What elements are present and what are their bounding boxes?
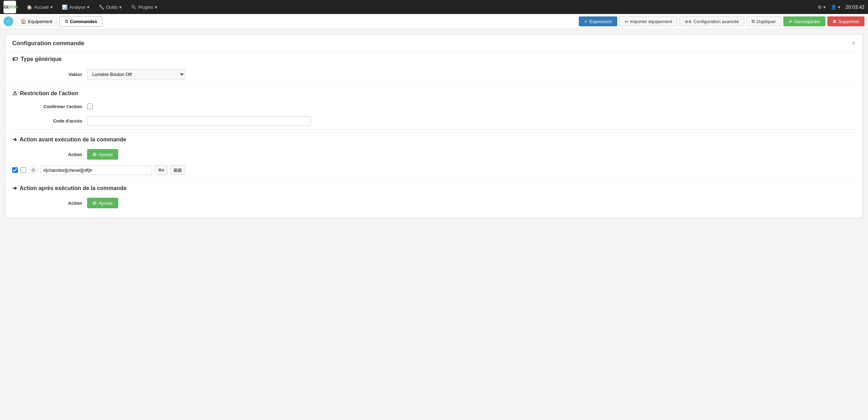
confirmer-action-label: Confirmer l'action: [12, 104, 82, 109]
valeur-label: Valeur: [12, 72, 82, 77]
action-apres-label: Action après exécution de la commande: [20, 185, 127, 191]
cmd-avant-table-btn[interactable]: ⊞: [170, 166, 185, 175]
add-action-avant-button[interactable]: Ajouter: [87, 149, 118, 160]
cmd-avant-check1[interactable]: [12, 167, 18, 173]
dialog-title: Configuration commande: [12, 40, 84, 47]
tab-equipement-label: Equipement: [28, 19, 52, 24]
nav-analyse-label: Analyse: [69, 5, 85, 10]
valeur-row: Valeur Lumière Bouton Off Lumière Bouton…: [5, 66, 863, 83]
restriction-label: Restriction de l'action: [20, 90, 78, 97]
check-icon: [584, 19, 588, 24]
equipement-icon: [21, 19, 26, 24]
dupliquer-button[interactable]: Dupliquer: [746, 16, 781, 26]
valeur-select[interactable]: Lumière Bouton Off Lumière Bouton On Aut…: [87, 69, 185, 79]
cmd-avant-check2[interactable]: [21, 167, 26, 173]
nav-outils-label: Outils: [106, 5, 118, 10]
tab-commandes-label: Commandes: [70, 19, 97, 24]
cmd-avant-row-0: ≡ ⊞: [5, 162, 863, 178]
tabs-actions: Expression Importer équipement Configura…: [579, 16, 865, 26]
arrow-right-avant-icon: ➜: [12, 136, 17, 143]
nav-plugins-label: Plugins: [138, 5, 153, 10]
action-apres-field-label: Action: [12, 201, 82, 206]
commandes-icon: [65, 18, 68, 24]
section-restriction: ⚠ Restriction de l'action: [5, 86, 863, 100]
analyse-caret: ▾: [87, 5, 90, 10]
user-caret: ▾: [838, 5, 840, 10]
warning-icon: ⚠: [12, 90, 17, 97]
action-avant-add-row: Action Ajouter: [5, 146, 863, 162]
save-icon: [789, 19, 792, 24]
expression-button[interactable]: Expression: [579, 16, 617, 26]
tag-icon: 🏷: [12, 56, 18, 62]
config-dialog: Configuration commande × 🏷 Type génériqu…: [5, 34, 863, 218]
section-action-apres: ➜ Action après exécution de la commande: [5, 181, 863, 195]
importer-label: Importer équipement: [630, 19, 672, 24]
close-button[interactable]: ×: [852, 39, 856, 47]
navbar: JEEDOM Accueil ▾ Analyse ▾ Outils ▾ Plug…: [0, 0, 868, 14]
cmd-avant-list-btn[interactable]: ≡: [155, 165, 168, 175]
confirmer-action-row: Confirmer l'action: [5, 100, 863, 113]
plugins-caret: ▾: [155, 5, 157, 10]
config-avancee-label: Configuration avancée: [693, 19, 739, 24]
supprimer-label: Supprimer: [838, 19, 859, 24]
minus-icon: [31, 167, 36, 173]
logo-box: JEEDOM: [3, 1, 16, 13]
gear-settings-btn[interactable]: ▾: [818, 5, 826, 10]
wrench-icon: [99, 5, 104, 10]
back-icon: [6, 18, 11, 24]
dupliquer-label: Dupliquer: [756, 19, 776, 24]
sauvegarder-button[interactable]: Sauvegarder: [783, 16, 825, 26]
tab-equipement[interactable]: Equipement: [15, 17, 57, 26]
arrow-right-apres-icon: ➜: [12, 185, 17, 191]
type-generique-label: Type générique: [21, 56, 62, 62]
section-type-generique: 🏷 Type générique: [5, 52, 863, 66]
plus-apres-icon: [92, 200, 97, 206]
gear-icon: [818, 5, 822, 10]
cmd-avant-remove-btn[interactable]: [29, 166, 37, 174]
action-avant-field-label: Action: [12, 152, 82, 157]
nav-plugins[interactable]: Plugins ▾: [127, 3, 161, 11]
list-icon: ≡: [158, 167, 164, 173]
sauvegarder-label: Sauvegarder: [794, 19, 820, 24]
user-icon: [831, 5, 837, 10]
import-icon: [625, 19, 628, 24]
nav-accueil[interactable]: Accueil ▾: [23, 3, 56, 11]
config-avancee-button[interactable]: Configuration avancée: [680, 16, 744, 26]
delete-icon: [833, 19, 837, 24]
brand-logo: JEEDOM: [3, 1, 16, 13]
plus-avant-icon: [92, 151, 97, 158]
house-icon: [27, 5, 32, 10]
action-avant-label: Action avant exécution de la commande: [20, 136, 126, 143]
tab-commandes[interactable]: Commandes: [59, 16, 102, 27]
add-apres-label: Ajouter: [99, 201, 113, 206]
table-icon: ⊞: [173, 167, 182, 173]
chart-icon: [62, 5, 67, 10]
nav-accueil-label: Accueil: [34, 5, 49, 10]
plug-icon: [131, 5, 136, 10]
outils-caret: ▾: [119, 5, 122, 10]
user-btn[interactable]: ▾: [831, 5, 840, 10]
section-action-avant: ➜ Action avant exécution de la commande: [5, 132, 863, 146]
gear-caret: ▾: [823, 5, 826, 10]
dialog-header: Configuration commande ×: [5, 34, 863, 52]
add-action-apres-button[interactable]: Ajouter: [87, 198, 118, 208]
nav-right: ▾ ▾ 20:03:42: [818, 4, 865, 10]
tabs-bar: Equipement Commandes Expression Importer…: [0, 14, 868, 29]
code-acces-input[interactable]: [87, 116, 311, 126]
cmd-avant-text-input[interactable]: [40, 166, 152, 175]
brand-dom: DOM: [9, 5, 18, 9]
back-button[interactable]: [3, 16, 13, 26]
expression-label: Expression: [590, 19, 612, 24]
confirmer-action-checkbox[interactable]: [87, 104, 93, 109]
clock: 20:03:42: [846, 4, 865, 10]
cog-advanced-icon: [685, 19, 692, 24]
brand-jee: JEE: [2, 5, 9, 9]
main-content: Configuration commande × 🏷 Type génériqu…: [0, 29, 868, 223]
supprimer-button[interactable]: Supprimer: [827, 16, 865, 26]
importer-button[interactable]: Importer équipement: [619, 16, 677, 26]
accueil-caret: ▾: [50, 5, 53, 10]
nav-analyse[interactable]: Analyse ▾: [58, 3, 93, 11]
code-acces-label: Code d'accès: [12, 118, 82, 124]
nav-outils[interactable]: Outils ▾: [95, 3, 125, 11]
nav-items: Accueil ▾ Analyse ▾ Outils ▾ Plugins ▾: [23, 3, 811, 11]
